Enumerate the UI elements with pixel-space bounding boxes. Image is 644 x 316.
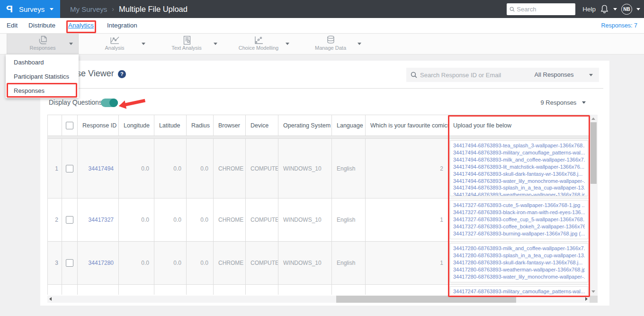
file-link[interactable]: 34417247-68763893-military_camouflage_pa… <box>453 288 585 295</box>
file-link[interactable]: 34417327-68763893-cute_5-wallpaper-1366x… <box>453 202 585 209</box>
col-upload-file[interactable]: Upload your file below <box>448 115 590 136</box>
col-device[interactable]: Device <box>246 115 278 136</box>
menu-item-participant-statistics[interactable]: Participant Statistics <box>6 70 79 84</box>
col-language[interactable]: Language <box>332 115 366 136</box>
help-link[interactable]: Help <box>582 6 596 13</box>
file-link[interactable]: 34417327-68763893-burning-wallpaper-1366… <box>453 230 585 237</box>
col-rownum <box>48 115 62 136</box>
toolbar-group-choice-modelling[interactable]: Choice Modelling <box>223 34 295 54</box>
file-link[interactable]: 34417494-68763893-splash_in_a_tea_cup-wa… <box>453 184 585 191</box>
col-response-id[interactable]: Response ID <box>78 115 119 136</box>
search-icon <box>411 72 417 78</box>
responses-count-dropdown[interactable]: 9 Responses <box>540 99 586 106</box>
response-search[interactable] <box>406 68 509 82</box>
avatar[interactable]: NB <box>621 4 632 15</box>
file-link[interactable]: 34417280-68763893-skull-dark-fantasy-wr-… <box>453 259 585 266</box>
file-link[interactable]: 34417494-68763893-military_camouflage_pa… <box>453 149 585 156</box>
toolbar-group-text-analysis[interactable]: Text Analysis <box>151 34 223 54</box>
chevron-down-icon[interactable] <box>286 43 289 45</box>
file-link[interactable]: 34417327-68763893-black-iron-man-with-re… <box>453 209 585 216</box>
cell-uploaded-files: 34417247-68763893-military_camouflage_pa… <box>448 285 590 295</box>
tab-analytics[interactable]: Analytics <box>68 18 94 33</box>
response-id-link[interactable]: 34417327 <box>89 217 114 223</box>
cell-uploaded-files: 34417280-68763893-milk_and_coffee-wallpa… <box>448 242 590 285</box>
product-switcher[interactable]: P Surveys <box>0 0 60 18</box>
global-search[interactable] <box>507 3 575 15</box>
response-id-link[interactable]: 34417494 <box>89 165 114 172</box>
table-row: 3 34417280 0.0 0.0 0.0 CHROME COMPUTER W… <box>48 242 590 285</box>
file-link[interactable]: 34417494-68763893-water_lily_monochrome-… <box>453 178 585 185</box>
row-number <box>48 285 62 295</box>
cell-longitude: 0.0 <box>119 199 154 242</box>
scroll-left-arrow[interactable] <box>49 297 52 301</box>
scrollbar-corner <box>590 296 598 303</box>
file-link[interactable]: 34417327-68763893-coffee_cup_5-wallpaper… <box>453 216 585 223</box>
display-questions-toggle[interactable] <box>101 99 118 107</box>
file-link[interactable]: 34417280-68763893-weatherman-wallpaper-1… <box>453 266 585 273</box>
col-favourite-comics[interactable]: Which is your favourite comics? <box>366 115 448 136</box>
toolbar-group-responses[interactable]: Responses <box>7 34 79 54</box>
breadcrumb-current: Multiple File Upload <box>119 5 188 14</box>
file-link[interactable]: 34417280-68763893-water_lily_monochrome-… <box>453 273 585 280</box>
file-link[interactable]: 34417494-68763893-weatherman-wallpaper-1… <box>453 191 585 196</box>
file-link[interactable]: 34417280-68763893-tea_splash_3-wallpaper… <box>453 280 585 282</box>
row-checkbox[interactable] <box>66 216 73 224</box>
chevron-down-icon[interactable] <box>613 8 617 10</box>
response-search-input[interactable] <box>420 72 503 79</box>
file-list: 34417247-68763893-military_camouflage_pa… <box>450 286 588 295</box>
horizontal-scrollbar[interactable] <box>47 296 590 303</box>
menu-item-responses[interactable]: Responses <box>6 84 79 98</box>
tab-edit[interactable]: Edit <box>7 18 18 33</box>
tab-integration[interactable]: Integration <box>107 18 137 33</box>
scroll-down-arrow[interactable] <box>591 290 595 293</box>
horizontal-scroll-thumb[interactable] <box>336 296 516 303</box>
chevron-down-icon[interactable] <box>69 43 73 45</box>
file-link[interactable]: 34417280-68763893-milk_and_coffee-wallpa… <box>453 245 585 252</box>
table-row: 34417247-68763893-military_camouflage_pa… <box>48 285 590 295</box>
breadcrumb-parent[interactable]: My Surveys <box>70 5 107 13</box>
chevron-down-icon[interactable] <box>142 43 145 45</box>
file-link[interactable]: 34417280-68763893-splash_in_a_tea_cup-wa… <box>453 252 585 259</box>
col-latitude[interactable]: Latitude <box>154 115 187 136</box>
file-link[interactable]: 34417494-68763893-lit_matchstick-wallpap… <box>453 163 585 171</box>
scroll-up-arrow[interactable] <box>591 117 595 120</box>
col-radius[interactable]: Radius <box>187 115 214 136</box>
toolbar-group-label: Manage Data <box>295 45 367 51</box>
cell-uploaded-files: 34417327-68763893-cute_5-wallpaper-1366x… <box>448 199 590 242</box>
col-operating-system[interactable]: Operating System <box>278 115 332 136</box>
responses-count-label: 9 Responses <box>540 99 576 106</box>
scroll-right-arrow[interactable] <box>585 297 588 301</box>
text-analysis-icon <box>151 35 223 46</box>
col-select <box>62 115 78 136</box>
vertical-scrollbar[interactable] <box>590 115 598 296</box>
response-filter-select[interactable]: All Responses <box>509 68 599 82</box>
file-list: 34417494-68763893-tea_splash_3-wallpaper… <box>450 140 588 196</box>
chevron-down-icon <box>50 8 54 10</box>
menu-item-dashboard[interactable]: Dashboard <box>6 55 79 70</box>
chevron-down-icon[interactable] <box>214 43 217 45</box>
global-search-input[interactable] <box>517 6 572 13</box>
chevron-down-icon[interactable] <box>358 43 361 45</box>
response-id-link[interactable]: 34417280 <box>89 260 114 266</box>
cell-browser: CHROME <box>214 199 246 242</box>
col-browser[interactable]: Browser <box>214 115 246 136</box>
chevron-down-icon[interactable] <box>636 8 640 10</box>
file-link[interactable]: 34417494-68763893-skull-dark-fantasy-wr-… <box>453 171 585 178</box>
file-link[interactable]: 34417494-68763893-tea_splash_3-wallpaper… <box>453 142 585 149</box>
toolbar-group-analysis[interactable]: Analysis <box>79 34 151 54</box>
toolbar-group-manage-data[interactable]: Manage Data <box>295 34 367 54</box>
manage-data-icon <box>295 35 367 46</box>
row-checkbox[interactable] <box>66 165 73 172</box>
notifications-bell-icon[interactable] <box>600 4 609 14</box>
tab-distribute[interactable]: Distribute <box>28 18 55 33</box>
row-checkbox[interactable] <box>66 259 73 267</box>
cell-latitude: 0.0 <box>154 199 187 242</box>
select-all-checkbox[interactable] <box>66 122 73 129</box>
cell-language: English <box>332 242 366 285</box>
file-link[interactable]: 34417494-68763893-milk_and_coffee-wallpa… <box>453 156 585 163</box>
help-icon[interactable]: ? <box>118 70 126 78</box>
col-longitude[interactable]: Longitude <box>119 115 154 136</box>
chevron-down-icon <box>582 101 586 104</box>
vertical-scroll-thumb[interactable] <box>590 122 597 184</box>
file-link[interactable]: 34417327-68763893-coffee_bokeh_2-wallpap… <box>453 223 585 230</box>
